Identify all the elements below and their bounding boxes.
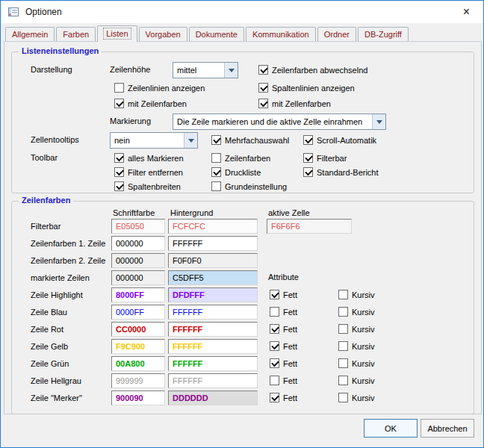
row-label-zeile-hellgrau: Zeile Hellgrau [31,376,81,385]
font-color-field-zeilenfarben-1-zeile[interactable]: 000000 [111,236,165,251]
background-color-field-zeile-blau[interactable]: FFFFFF [168,305,258,320]
checkbox-kursiv-zeile-hellgrau[interactable]: Kursiv [338,375,375,386]
ok-button[interactable]: OK [364,419,418,438]
tab-label: Listen [104,28,130,39]
row-label-zeile-gelb: Zeile Gelb [31,342,68,351]
row-label-markierte-zeilen: markierte Zeilen [31,273,90,282]
checkbox-label: Kursiv [352,308,375,317]
checkbox-kursiv-zeile-highlight[interactable]: Kursiv [338,289,375,300]
background-color-field-markierte-zeilen[interactable]: C5DFF5 [168,270,258,285]
checkbox-label: Kursiv [352,342,375,351]
font-color-field-zeile-merker[interactable]: 900090 [111,391,165,405]
font-color-field-zeilenfarben-2-zeile[interactable]: 000000 [111,253,165,268]
checkbox-kursiv-zeile-rot[interactable]: Kursiv [338,323,375,335]
checkbox-box [338,393,348,402]
checkbox-label: Fett [283,325,297,334]
checkbox-label: Kursiv [352,393,375,402]
tab-vorgaben[interactable]: Vorgaben [139,27,187,41]
checkbox-label: Fett [283,376,297,385]
checkbox-label: Fett [283,308,297,317]
checkbox-box [270,393,279,402]
checkbox-label: Fett [283,393,297,402]
tab-label: Allgemein [12,30,48,39]
background-color-field-filterbar[interactable]: FCFCFC [168,219,258,234]
tab-label: DB-Zugriff [364,30,402,39]
tab-label: Kommunikation [252,30,309,39]
checkbox-box [270,307,279,317]
row-label-zeile-highlight: Zeile Highlight [31,290,83,299]
row-label-filterbar: Filterbar [31,222,60,231]
background-color-field-zeile-grün[interactable]: FFFFFF [168,356,258,371]
tab-label: Dokumente [196,30,238,39]
checkbox-fett-zeile-merker[interactable]: Fett [270,392,297,403]
tab-allgemein[interactable]: Allgemein [5,27,55,41]
checkbox-kursiv-zeile-merker[interactable]: Kursiv [338,392,375,403]
background-color-field-zeile-merker[interactable]: DDDDDD [168,391,258,405]
checkbox-box [338,307,348,317]
checkbox-box [338,341,348,351]
row-label-zeilenfarben-1-zeile: Zeilenfarben 1. Zeile [31,239,105,248]
tab-dokumente[interactable]: Dokumente [189,27,244,41]
cancel-button[interactable]: Abbrechen [421,419,474,438]
row-label-zeile-grün: Zeile Grün [31,359,69,368]
checkbox-label: Kursiv [352,359,375,368]
background-color-field-zeile-hellgrau[interactable]: FFFFFF [168,373,258,388]
font-color-field-zeile-gelb[interactable]: F9C900 [111,339,165,354]
tab-strip: AllgemeinFarbenListenVorgabenDokumenteKo… [5,25,410,41]
checkbox-box [338,324,348,334]
checkbox-box [270,341,279,351]
checkbox-box [338,290,348,299]
background-color-field-zeile-gelb[interactable]: FFFFFF [168,339,258,354]
checkbox-fett-zeile-blau[interactable]: Fett [270,306,297,317]
checkbox-box [270,358,279,368]
tab-listen[interactable]: Listen [97,25,137,42]
checkbox-kursiv-zeile-gelb[interactable]: Kursiv [338,340,375,352]
options-dialog: Optionen × AllgemeinFarbenListenVorgaben… [0,0,484,448]
background-color-field-zeile-highlight[interactable]: DFDFFF [168,287,258,302]
checkbox-fett-zeile-rot[interactable]: Fett [270,323,297,335]
checkbox-label: Kursiv [352,376,375,385]
checkbox-box [270,376,279,385]
font-color-field-zeile-hellgrau[interactable]: 999999 [111,373,165,388]
font-color-field-markierte-zeilen[interactable]: 000000 [111,270,165,285]
font-color-field-zeile-blau[interactable]: 0000FF [111,305,165,320]
active-cell-color-field-filterbar[interactable]: F6F6F6 [267,219,352,234]
tab-label: Ordner [324,30,350,39]
checkbox-fett-zeile-grün[interactable]: Fett [270,358,297,369]
background-color-field-zeilenfarben-2-zeile[interactable]: F0F0F0 [168,253,258,268]
checkbox-box [338,376,348,385]
font-color-field-zeile-grün[interactable]: 00A800 [111,356,165,371]
row-label-zeile-rot: Zeile Rot [31,325,63,334]
checkbox-kursiv-zeile-blau[interactable]: Kursiv [338,306,375,317]
background-color-field-zeile-rot[interactable]: FFFFFF [168,322,258,337]
checkbox-box [270,324,279,334]
font-color-field-zeile-rot[interactable]: CC0000 [111,322,165,337]
checkbox-fett-zeile-hellgrau[interactable]: Fett [270,375,297,386]
tab-label: Vorgaben [146,30,181,39]
font-color-field-zeile-highlight[interactable]: 8000FF [111,287,165,302]
checkbox-fett-zeile-highlight[interactable]: Fett [270,289,297,300]
checkbox-kursiv-zeile-grün[interactable]: Kursiv [338,358,375,369]
checkbox-fett-zeile-gelb[interactable]: Fett [270,340,297,352]
background-color-field-zeilenfarben-1-zeile[interactable]: FFFFFF [168,236,258,251]
checkbox-box [338,358,348,368]
checkbox-label: Kursiv [352,290,375,299]
tab-db-zugriff[interactable]: DB-Zugriff [358,27,409,41]
checkbox-label: Kursiv [352,325,375,334]
checkbox-label: Fett [283,290,297,299]
checkbox-label: Fett [283,342,297,351]
color-rows-container: FilterbarE05050FCFCFCF6F6F6Zeilenfarben … [1,1,483,447]
row-label-zeilenfarben-2-zeile: Zeilenfarben 2. Zeile [31,256,105,265]
tab-ordner[interactable]: Ordner [317,27,356,41]
row-label-zeile-blau: Zeile Blau [31,308,67,317]
row-label-zeile-merker: Zeile "Merker" [31,393,82,402]
tab-farben[interactable]: Farben [56,27,96,41]
font-color-field-filterbar[interactable]: E05050 [111,219,165,234]
checkbox-label: Fett [283,359,297,368]
checkbox-box [270,290,279,299]
tab-kommunikation[interactable]: Kommunikation [246,27,316,41]
tab-label: Farben [63,30,89,39]
